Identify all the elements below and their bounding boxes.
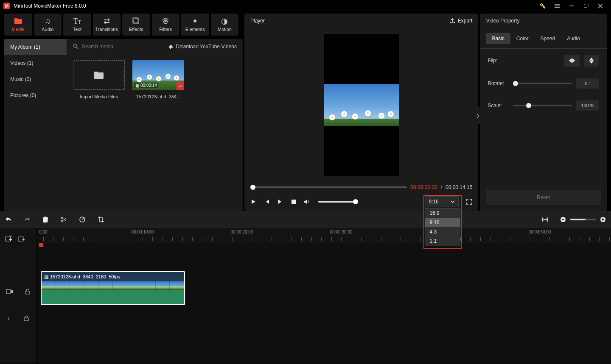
zoom-slider[interactable] <box>570 219 596 220</box>
text-icon: TT <box>73 17 81 25</box>
fullscreen-button[interactable] <box>466 199 472 205</box>
tab-text[interactable]: TT Text <box>63 14 91 36</box>
zoom-in-button[interactable] <box>600 217 606 222</box>
music-icon: ♫ <box>45 17 51 25</box>
aspect-option-16-9[interactable]: 16:9 <box>425 208 460 218</box>
timeline-fit-button[interactable] <box>541 217 548 222</box>
scale-slider[interactable] <box>513 105 572 106</box>
import-media-button[interactable]: Import Media Files <box>73 60 125 99</box>
video-track-icon <box>6 289 13 295</box>
sidebar-item-myalbum[interactable]: My Album (1) <box>4 39 67 55</box>
cloud-download-icon <box>168 44 174 50</box>
remove-track-button[interactable] <box>18 236 25 242</box>
folder-icon <box>14 17 22 25</box>
sidebar-item-videos[interactable]: Videos (1) <box>4 55 67 71</box>
player-title: Player <box>250 18 265 24</box>
crop-button[interactable] <box>98 216 104 223</box>
volume-slider[interactable] <box>318 201 356 203</box>
redo-button[interactable] <box>24 217 31 222</box>
aspect-option-1-1[interactable]: 1:1 <box>425 236 460 246</box>
minimize-button[interactable] <box>564 0 579 12</box>
aspect-ratio-dropdown: 16:9 9:16 4:3 1:1 <box>425 208 460 246</box>
seek-slider[interactable] <box>250 186 407 188</box>
tab-transitions[interactable]: ⇄ Transitions <box>93 14 121 36</box>
close-button[interactable] <box>593 0 608 12</box>
next-frame-button[interactable] <box>277 199 283 205</box>
svg-rect-16 <box>25 291 30 294</box>
current-time: 00:00:00:00 <box>410 184 437 190</box>
title-bar: M MiniTool MovieMaker Free 8.0.0 <box>0 0 611 12</box>
top-toolbar: Media ♫ Audio TT Text ⇄ Transitions Effe… <box>0 12 243 37</box>
maximize-button[interactable] <box>579 0 593 12</box>
svg-rect-17 <box>24 318 28 321</box>
properties-title: Video Property <box>480 14 607 28</box>
tab-filters[interactable]: Filters <box>152 14 180 36</box>
prev-frame-button[interactable] <box>264 199 270 205</box>
aspect-option-9-16[interactable]: 9:16 <box>425 218 460 227</box>
prop-tab-audio[interactable]: Audio <box>561 33 586 44</box>
svg-rect-14 <box>18 237 23 241</box>
tab-effects[interactable]: Effects <box>122 14 150 36</box>
library-sidebar: My Album (1) Videos (1) Music (0) Pictur… <box>4 39 67 211</box>
sidebar-item-music[interactable]: Music (0) <box>4 71 67 87</box>
export-icon <box>449 18 455 24</box>
search-input[interactable] <box>82 44 164 50</box>
check-icon: ✓ <box>177 82 184 90</box>
app-logo: M <box>3 3 10 9</box>
svg-rect-7 <box>291 200 296 204</box>
svg-point-6 <box>73 44 77 47</box>
scale-value: 100 % <box>576 100 599 111</box>
tab-audio[interactable]: ♫ Audio <box>34 14 62 36</box>
split-button[interactable] <box>60 216 67 223</box>
reset-button[interactable]: Reset <box>486 190 601 205</box>
rotate-slider[interactable] <box>513 83 572 84</box>
preview-frame <box>324 34 399 176</box>
lock-icon[interactable] <box>24 315 29 321</box>
timeline-ruler[interactable]: 0:0000:00:10:0000:00:20:0000:00:30:0000:… <box>41 228 611 243</box>
add-track-button[interactable] <box>5 236 12 242</box>
app-title: MiniTool MovieMaker Free 8.0.0 <box>14 3 86 9</box>
audio-track-icon: ♪ <box>7 315 10 322</box>
zoom-out-button[interactable] <box>560 217 566 222</box>
effects-icon <box>132 17 140 25</box>
clip-duration: ▦ 00:00:14 <box>134 83 158 88</box>
motion-icon: ◑ <box>221 17 228 25</box>
svg-point-8 <box>61 217 63 219</box>
lock-icon[interactable] <box>25 289 30 295</box>
play-button[interactable] <box>250 199 256 205</box>
film-icon: ▦ <box>135 83 139 88</box>
flip-horizontal-button[interactable] <box>564 55 580 67</box>
tab-elements[interactable]: ✦ Elements <box>181 14 209 36</box>
speed-button[interactable] <box>79 216 86 223</box>
aspect-ratio-select[interactable]: 9:16 <box>425 196 459 207</box>
flip-vertical-button[interactable] <box>584 55 599 67</box>
prop-tab-basic[interactable]: Basic <box>486 33 510 44</box>
aspect-option-4-3[interactable]: 4:3 <box>425 227 460 236</box>
delete-button[interactable] <box>42 216 48 223</box>
timeline-clip[interactable]: ▦ 15720123-uhd_3840_2160_50fps <box>41 271 185 305</box>
properties-panel: ❯ Video Property Basic Color Speed Audio… <box>480 14 607 211</box>
export-button[interactable]: Export <box>449 18 473 24</box>
playhead[interactable] <box>41 243 41 364</box>
menu-icon[interactable] <box>550 0 564 12</box>
tab-motion[interactable]: ◑ Motion <box>211 14 239 36</box>
prop-tab-color[interactable]: Color <box>510 33 535 44</box>
player-panel: Player Export <box>244 14 478 211</box>
collapse-panel-button[interactable]: ❯ <box>476 107 480 124</box>
svg-point-9 <box>61 220 63 222</box>
sidebar-item-pictures[interactable]: Pictures (0) <box>4 87 67 103</box>
volume-icon[interactable] <box>304 199 311 205</box>
undo-button[interactable] <box>5 217 12 222</box>
film-icon: ▦ <box>44 274 48 280</box>
svg-rect-15 <box>6 289 11 294</box>
filters-icon <box>162 17 169 25</box>
download-youtube-link[interactable]: Download YouTube Videos <box>168 44 237 50</box>
elements-icon: ✦ <box>192 17 198 25</box>
timeline-panel: 0:0000:00:10:0000:00:20:0000:00:30:0000:… <box>0 211 611 364</box>
stop-button[interactable] <box>291 199 296 204</box>
vip-key-icon[interactable] <box>535 0 550 12</box>
media-thumb[interactable]: ▦ 00:00:14 ✓ 15720123-uhd_384... <box>132 60 184 99</box>
chevron-down-icon <box>451 200 455 204</box>
tab-media[interactable]: Media <box>4 14 32 36</box>
prop-tab-speed[interactable]: Speed <box>534 33 561 44</box>
